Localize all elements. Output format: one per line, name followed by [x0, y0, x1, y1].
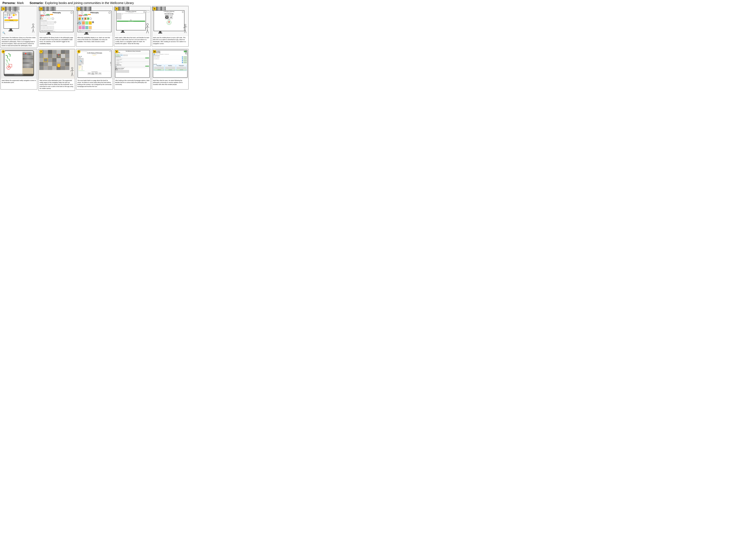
- scene-1-visual: 1 Discover The Collection: [1, 6, 37, 36]
- person-figure-5: [182, 24, 188, 35]
- persona-label: Persona:: [2, 1, 16, 5]
- scene-9-visual: 9 ‹ The Wellcome Library Community Commu…: [114, 49, 150, 78]
- scene-5-description: Mark uses his mobile phone to scan a QR …: [152, 36, 188, 46]
- scene-4: 4 i A Little History of Philosophy A. B.…: [114, 6, 151, 48]
- scenario-label: Scenario:: [30, 1, 44, 5]
- scene-5-visual: 5 i A Little History of Philosophy A. B.…: [152, 6, 188, 36]
- scene-10-visual: 10 PhilosophyCommunity Followcommunity 👤…: [152, 49, 188, 78]
- svg-point-0: [32, 24, 34, 25]
- scene-1: 1 Discover The Collection: [0, 6, 38, 48]
- persona-name: Mark: [17, 1, 24, 5]
- scene-3-description: When the availability display is on, Mar…: [76, 36, 113, 46]
- svg-line-2: [31, 26, 33, 28]
- scene-6-description: Mark follows the augmented reality navig…: [1, 78, 37, 89]
- hand-pointer-3: [76, 19, 81, 25]
- svg-point-8: [147, 23, 148, 25]
- page-header: Persona: Mark Scenario: Exploring books …: [0, 0, 189, 6]
- svg-line-18: [184, 30, 185, 33]
- scene-8-visual: 8 You've reached your destination! ✕ A L…: [76, 49, 113, 78]
- scene-1-description: Mark enters The Wellcome Library as a fi…: [1, 36, 37, 48]
- svg-line-11: [148, 26, 149, 28]
- scene-4-visual: 4 i A Little History of Philosophy A. B.…: [114, 6, 150, 36]
- person-figure-1: [30, 24, 36, 34]
- scenario-text: Exploring books and joining communities …: [45, 1, 134, 5]
- svg-line-4: [32, 29, 33, 33]
- svg-line-19: [185, 30, 186, 33]
- scene-3-visual: 3 ‹ i Philosophy Availability Display: A…: [76, 6, 113, 36]
- scene-3: 3 ‹ i Philosophy Availability Display: A…: [76, 6, 113, 48]
- scene-7-description: Mark arrives at the destination point. T…: [39, 78, 75, 91]
- hand-pointer-2: [39, 15, 43, 20]
- scene-7-visual: 7 📍: [39, 49, 75, 78]
- scene-2-visual: 2 ‹ i Philosophy Availability Display: A…: [39, 6, 75, 36]
- scene-2-description: Mark explores the library books in the p…: [39, 36, 75, 46]
- svg-line-13: [148, 30, 148, 33]
- svg-line-10: [145, 26, 148, 29]
- svg-line-12: [146, 30, 148, 33]
- scene-6-visual: 6 ❯❯: [1, 49, 37, 78]
- scene-10: 10 PhilosophyCommunity Followcommunity 👤…: [151, 48, 189, 91]
- storyboard-row-2: 6 ❯❯: [0, 48, 189, 91]
- scene-9-number: 9: [115, 50, 119, 53]
- hand-pointer-9: [115, 66, 119, 71]
- svg-line-23: [72, 70, 74, 70]
- scene-10-number: 10: [153, 50, 156, 53]
- svg-line-5: [33, 29, 34, 33]
- scene-1-number: 1: [2, 7, 5, 11]
- scene-7: 7 📍: [38, 48, 76, 91]
- scene-4-number: 4: [115, 7, 119, 11]
- scene-2: 2 ‹ i Philosophy Availability Display: A…: [38, 6, 76, 48]
- svg-line-25: [72, 73, 73, 76]
- hand-pointer-10: [185, 50, 188, 55]
- scene-6: 6 ❯❯: [0, 48, 38, 91]
- svg-line-24: [71, 73, 72, 76]
- svg-line-3: [33, 26, 35, 27]
- storyboard-row-1: 1 Discover The Collection: [0, 6, 189, 48]
- person-figure-4: [144, 23, 150, 35]
- scene-4-description: Mark reads a little about the book, and …: [114, 36, 150, 46]
- scene-9-description: After looking at the community homepage …: [114, 78, 150, 89]
- svg-line-22: [70, 70, 72, 71]
- svg-point-14: [184, 24, 186, 26]
- svg-line-16: [183, 27, 185, 28]
- scene-8-description: The scan leads Mark to a page about the …: [76, 78, 113, 89]
- scene-5-number: 5: [153, 7, 156, 11]
- svg-point-20: [71, 67, 73, 69]
- scene-8: 8 You've reached your destination! ✕ A L…: [76, 48, 113, 91]
- person-figure-7: [69, 67, 74, 77]
- scene-10-description: Mark likes what he sees. He starts follo…: [152, 78, 188, 89]
- scene-5: 5 i A Little History of Philosophy A. B.…: [151, 6, 189, 48]
- scene-9: 9 ‹ The Wellcome Library Community Commu…: [114, 48, 151, 91]
